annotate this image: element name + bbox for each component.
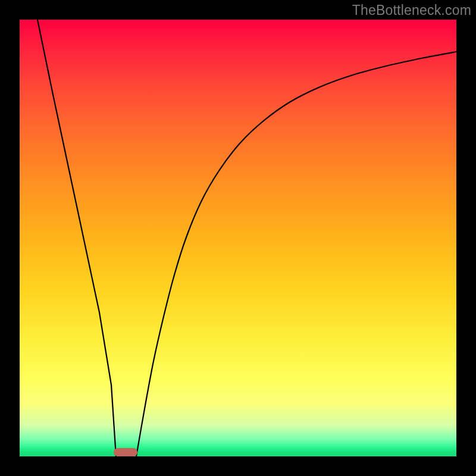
optimum-marker [114, 448, 137, 456]
watermark-text: TheBottleneck.com [352, 2, 471, 18]
curve-svg [20, 20, 456, 456]
curve-right-branch [136, 52, 456, 456]
chart-frame: TheBottleneck.com [0, 0, 476, 476]
plot-area [20, 20, 456, 456]
curve-left-branch [37, 20, 116, 456]
